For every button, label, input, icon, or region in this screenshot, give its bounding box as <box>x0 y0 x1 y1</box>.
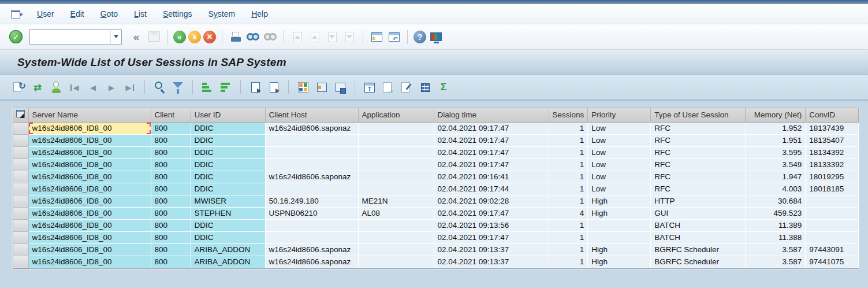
cancel-icon[interactable] <box>203 31 216 43</box>
cell-host[interactable]: w16s24id8606.saponaz <box>265 256 358 268</box>
cell-app[interactable] <box>358 231 434 243</box>
cell-user[interactable]: DDIC <box>191 122 265 134</box>
cell-user[interactable]: STEPHEN <box>191 207 265 219</box>
last-row-icon[interactable] <box>122 80 137 95</box>
cell-type[interactable]: RFC <box>651 134 746 146</box>
cell-priority[interactable] <box>588 219 651 231</box>
cell-client[interactable]: 800 <box>151 122 191 134</box>
cell-user[interactable]: DDIC <box>191 134 265 146</box>
choose-layout-icon[interactable] <box>296 80 311 95</box>
column-header-user[interactable]: User ID <box>191 108 265 122</box>
cell-server[interactable]: w16s24id8606_ID8_00 <box>28 158 151 171</box>
cell-host[interactable] <box>265 219 358 231</box>
row-selector[interactable] <box>13 231 28 243</box>
cell-sessions[interactable]: 4 <box>549 207 588 219</box>
cell-type[interactable]: RFC <box>651 122 746 134</box>
row-selector[interactable] <box>13 256 28 268</box>
cell-server[interactable]: w16s24id8606_ID8_00 <box>28 183 151 195</box>
local-file-icon[interactable] <box>381 80 396 95</box>
cell-app[interactable] <box>358 146 434 158</box>
cell-sessions[interactable]: 1 <box>549 219 588 231</box>
cell-app[interactable] <box>358 219 434 231</box>
menu-edit[interactable]: Edit <box>62 4 92 24</box>
cell-app[interactable] <box>358 158 434 171</box>
session-menu-icon[interactable] <box>10 9 23 19</box>
cell-sessions[interactable]: 1 <box>549 256 588 268</box>
cell-convid[interactable]: 18133392 <box>806 158 859 171</box>
cell-priority[interactable]: Low <box>588 183 651 195</box>
total-icon[interactable] <box>436 80 451 95</box>
cell-dialog[interactable]: 02.04.2021 09:17:47 <box>434 146 549 158</box>
cell-sessions[interactable]: 1 <box>549 195 588 207</box>
cell-host[interactable] <box>265 146 358 158</box>
cell-client[interactable]: 800 <box>151 243 191 256</box>
cell-convid[interactable]: 18135407 <box>806 134 859 146</box>
customize-layout-icon[interactable] <box>429 29 444 45</box>
menu-settings[interactable]: Settings <box>155 4 200 24</box>
cell-user[interactable]: DDIC <box>191 158 265 171</box>
cell-memory[interactable]: 1.952 <box>746 122 806 134</box>
cell-dialog[interactable]: 02.04.2021 09:13:56 <box>434 219 549 231</box>
cell-priority[interactable] <box>588 231 651 243</box>
cell-client[interactable]: 800 <box>151 171 191 183</box>
cell-host[interactable]: w16s24id8606.saponaz <box>265 171 358 183</box>
spreadsheet-icon[interactable] <box>418 80 433 95</box>
cell-app[interactable] <box>358 243 434 256</box>
sessions-icon[interactable] <box>30 80 45 95</box>
menu-help[interactable]: Help <box>243 4 276 24</box>
cell-server[interactable]: w16s24id8606_ID8_00 <box>28 134 151 146</box>
cell-priority[interactable]: High <box>588 243 651 256</box>
cell-sessions[interactable]: 1 <box>549 171 588 183</box>
cell-dialog[interactable]: 02.04.2021 09:17:47 <box>434 231 549 243</box>
cell-convid[interactable] <box>806 231 859 243</box>
command-field-dropdown-icon[interactable] <box>110 30 121 44</box>
cell-type[interactable]: RFC <box>651 158 746 171</box>
sort-descending-icon[interactable] <box>218 80 233 95</box>
cell-priority[interactable]: Low <box>588 122 651 134</box>
cell-app[interactable] <box>358 171 434 183</box>
cell-dialog[interactable]: 02.04.2021 09:17:47 <box>434 158 549 171</box>
cell-dialog[interactable]: 02.04.2021 09:17:47 <box>434 122 549 134</box>
row-selector[interactable] <box>13 158 28 171</box>
cell-convid[interactable] <box>806 219 859 231</box>
previous-row-icon[interactable] <box>85 80 100 95</box>
find-list-icon[interactable] <box>152 80 167 95</box>
change-layout-icon[interactable] <box>314 80 329 95</box>
row-selector[interactable] <box>13 122 28 134</box>
column-header-type[interactable]: Type of User Session <box>651 108 746 122</box>
cell-client[interactable]: 800 <box>151 219 191 231</box>
cell-client[interactable]: 800 <box>151 207 191 219</box>
save-layout-icon[interactable] <box>333 80 348 95</box>
cell-sessions[interactable]: 1 <box>549 158 588 171</box>
word-processing-icon[interactable] <box>362 80 377 95</box>
cell-memory[interactable]: 3.587 <box>746 256 806 268</box>
cell-priority[interactable]: High <box>588 207 651 219</box>
cell-priority[interactable]: High <box>588 256 651 268</box>
cell-server[interactable]: w16s24id8606_ID8_00 <box>28 231 151 243</box>
cell-type[interactable]: BATCH <box>651 219 746 231</box>
cell-convid[interactable]: 97441075 <box>806 256 859 268</box>
row-selector[interactable] <box>13 243 28 256</box>
next-row-icon[interactable] <box>104 80 119 95</box>
row-selector[interactable] <box>13 195 28 207</box>
first-row-icon[interactable] <box>67 80 82 95</box>
cell-client[interactable]: 800 <box>151 134 191 146</box>
print-icon[interactable] <box>228 29 243 45</box>
cell-convid[interactable]: 18019295 <box>806 171 859 183</box>
cell-host[interactable]: 50.16.249.180 <box>265 195 358 207</box>
cell-app[interactable] <box>358 122 434 134</box>
cell-dialog[interactable]: 02.04.2021 09:17:47 <box>434 207 549 219</box>
cell-client[interactable]: 800 <box>151 256 191 268</box>
cell-priority[interactable]: Low <box>588 171 651 183</box>
cell-user[interactable]: DDIC <box>191 219 265 231</box>
menu-system[interactable]: System <box>200 4 243 24</box>
column-header-memory[interactable]: Memory (Net) <box>746 108 806 122</box>
create-shortcut-icon[interactable] <box>386 29 401 45</box>
cell-server[interactable]: w16s24id8606_ID8_00 <box>28 195 151 207</box>
enter-button[interactable] <box>9 30 23 43</box>
column-header-priority[interactable]: Priority <box>588 108 651 122</box>
cell-server[interactable]: w16s24id8606_ID8_00 <box>28 146 151 158</box>
cell-user[interactable]: DDIC <box>191 171 265 183</box>
cell-user[interactable]: MWISER <box>191 195 265 207</box>
column-header-dialog[interactable]: Dialog time <box>434 108 549 122</box>
